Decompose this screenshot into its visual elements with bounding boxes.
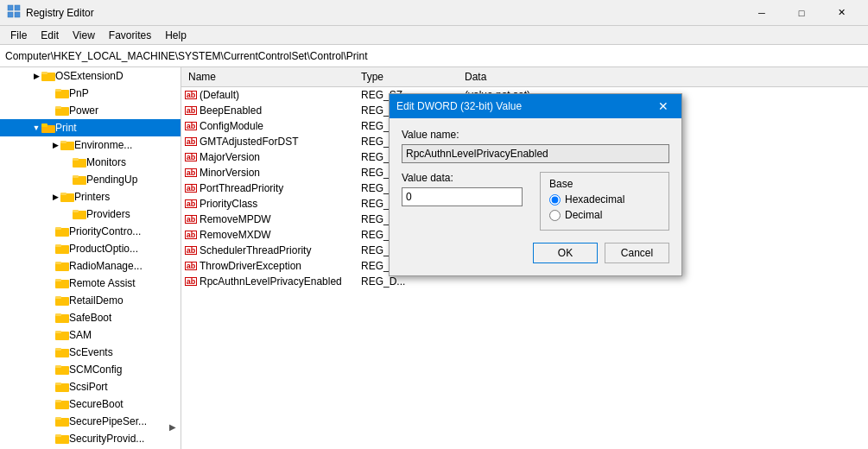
tree-item-radiomanager[interactable]: ▶ RadioManage... [0, 257, 181, 275]
dialog-title-bar: Edit DWORD (32-bit) Value ✕ [390, 94, 681, 118]
value-name-text: MinorVersion [200, 167, 260, 179]
svg-rect-37 [55, 348, 61, 351]
value-data-input[interactable] [402, 187, 523, 206]
value-name-text: MajorVersion [200, 151, 260, 163]
tree-item-osext[interactable]: ▶ OSExtensionD [0, 67, 181, 85]
maximize-button[interactable]: □ [782, 0, 821, 26]
tree-item-environment[interactable]: ▶ Environme... [0, 136, 181, 154]
svg-rect-13 [60, 141, 67, 143]
tree-item-retaildemo[interactable]: ▶ RetailDemo [0, 292, 181, 309]
svg-rect-47 [55, 434, 61, 437]
folder-icon [55, 414, 69, 428]
folder-icon [55, 276, 69, 290]
cancel-button[interactable]: Cancel [605, 243, 669, 263]
tree-item-print[interactable]: ▼ Print [0, 119, 181, 136]
value-name: ab MajorVersion [181, 150, 354, 164]
tree-label: SecureBoot [69, 398, 124, 410]
menu-bar: File Edit View Favorites Help [0, 26, 868, 45]
radio-decimal[interactable]: Decimal [549, 209, 660, 221]
value-name-text: ThrowDriverException [200, 260, 301, 272]
value-name: ab MinorVersion [181, 166, 354, 180]
app-icon [7, 4, 21, 21]
folder-icon [41, 69, 55, 83]
tree-item-securepipe[interactable]: ▶ SecurePipeSer... [0, 413, 181, 430]
reg-value-icon: ab [185, 184, 197, 193]
value-type: REG_D... [354, 275, 458, 288]
tree-item-secureboot[interactable]: ▶ SecureBoot [0, 395, 181, 413]
tree-item-pendingup[interactable]: ▶ PendingUp [0, 171, 181, 188]
value-name: ab PriorityClass [181, 197, 354, 211]
tree-item-remote-assist[interactable]: ▶ Remote Assist [0, 275, 181, 292]
value-name-text: RemoveMPDW [200, 213, 271, 225]
radio-hexadecimal-input[interactable] [549, 194, 561, 206]
minimize-button[interactable]: ─ [742, 0, 782, 26]
menu-edit[interactable]: Edit [34, 28, 66, 43]
svg-rect-45 [55, 417, 61, 420]
reg-value-icon: ab [185, 199, 197, 208]
base-label: Base [549, 178, 660, 190]
dialog-close-button[interactable]: ✕ [652, 98, 675, 115]
value-name: ab RemoveMXDW [181, 228, 354, 242]
app-title: Registry Editor [26, 7, 742, 19]
tree-label: ScEvents [69, 346, 113, 358]
tree-item-power[interactable]: ▶ Power [0, 102, 181, 119]
dialog-title: Edit DWORD (32-bit) Value [396, 100, 652, 112]
radio-decimal-input[interactable] [549, 210, 561, 221]
tree-item-pnp[interactable]: ▶ PnP [0, 85, 181, 102]
svg-rect-17 [73, 175, 79, 178]
col-header-type: Type [354, 69, 458, 85]
tree-item-sam[interactable]: ▶ SAM [0, 326, 181, 344]
folder-icon [55, 224, 69, 238]
tree-item-scevents[interactable]: ▶ ScEvents [0, 344, 181, 361]
menu-favorites[interactable]: Favorites [102, 28, 158, 43]
tree-item-securityprovider[interactable]: ▶ SecurityProvid... [0, 430, 181, 447]
svg-rect-29 [55, 279, 61, 281]
tree-item-productoption[interactable]: ▶ ProductOptio... [0, 240, 181, 257]
tree-label: OSExtensionD [55, 70, 124, 82]
value-name: ab RemoveMPDW [181, 212, 354, 226]
folder-icon [55, 86, 69, 100]
value-name-input[interactable] [402, 144, 669, 163]
value-name: ab ThrowDriverException [181, 259, 354, 273]
tree-item-safeboot[interactable]: ▶ SafeBoot [0, 309, 181, 326]
value-name-text: SchedulerThreadPriority [200, 244, 311, 256]
value-name: ab SchedulerThreadPriority [181, 243, 354, 257]
tree-label: Environme... [74, 139, 132, 151]
svg-rect-0 [8, 5, 13, 10]
tree-item-printers[interactable]: ▶ Printers [0, 188, 181, 206]
menu-view[interactable]: View [66, 28, 102, 43]
value-name-text: RemoveMXDW [200, 229, 271, 241]
tree-item-scmconfig[interactable]: ▶ SCMConfig [0, 361, 181, 378]
folder-icon [55, 259, 69, 273]
svg-rect-43 [55, 400, 61, 402]
edit-dword-dialog: Edit DWORD (32-bit) Value ✕ Value name: … [389, 93, 682, 276]
tree-item-prioritycontrol[interactable]: ▶ PriorityContro... [0, 223, 181, 240]
tree-item-scsiport[interactable]: ▶ ScsiPort [0, 378, 181, 395]
reg-value-icon: ab [185, 168, 197, 177]
tree-item-monitors[interactable]: ▶ Monitors [0, 154, 181, 171]
value-name: ab RpcAuthnLevelPrivacyEnabled [181, 275, 354, 288]
address-path: Computer\HKEY_LOCAL_MACHINE\SYSTEM\Curre… [5, 50, 367, 62]
close-button[interactable]: ✕ [821, 0, 861, 26]
svg-rect-1 [15, 5, 20, 10]
tree-label: Printers [74, 191, 110, 203]
value-name-text: ConfigModule [200, 120, 263, 132]
tree-label: Print [55, 122, 77, 134]
col-header-name: Name [181, 69, 354, 85]
scroll-right-arrow[interactable]: ▶ [169, 422, 176, 432]
reg-value-icon: ab [185, 153, 197, 161]
address-bar: Computer\HKEY_LOCAL_MACHINE\SYSTEM\Curre… [0, 45, 868, 67]
reg-value-icon: ab [185, 231, 197, 239]
tree-label: PendingUp [86, 174, 137, 186]
folder-icon [55, 242, 69, 256]
menu-help[interactable]: Help [158, 28, 193, 43]
menu-file[interactable]: File [3, 28, 34, 43]
radio-hexadecimal-label: Hexadecimal [565, 193, 624, 206]
svg-rect-11 [41, 123, 48, 127]
ok-button[interactable]: OK [533, 243, 598, 263]
arrow-icon: ▶ [31, 71, 41, 81]
reg-value-icon: ab [185, 106, 197, 115]
tree-item-providers[interactable]: ▶ Providers [0, 206, 181, 223]
dialog-buttons: OK Cancel [402, 243, 669, 265]
radio-hexadecimal[interactable]: Hexadecimal [549, 193, 660, 206]
